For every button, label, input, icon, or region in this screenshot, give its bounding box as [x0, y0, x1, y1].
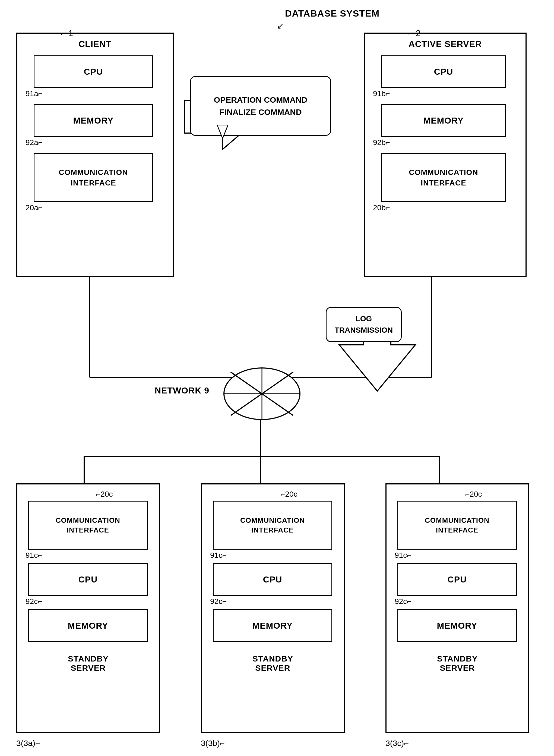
- standby2-cpu-box: CPU: [213, 563, 332, 596]
- standby2-comm-ref-top: ⌐20c: [281, 490, 297, 498]
- title-arrow: ↙: [277, 21, 284, 31]
- standby1-label: STANDBY SERVER: [53, 654, 124, 672]
- client-memory-ref: 92a⌐: [25, 138, 43, 147]
- active-memory-ref: 92b⌐: [373, 138, 390, 147]
- diagram: DATABASE SYSTEM ↙ ⌐ 1 CLIENT CPU 91a⌐ ME…: [0, 0, 554, 756]
- active-server-outer-box: ⌐ 2 ACTIVE SERVER CPU 91b⌐ MEMORY 92b⌐ C…: [364, 33, 527, 277]
- database-system-title: DATABASE SYSTEM: [285, 8, 380, 19]
- client-cpu-ref: 91a⌐: [25, 89, 43, 98]
- standby1-ref: 3(3a)⌐: [16, 739, 40, 748]
- standby3-memory-ref-label: 92c⌐: [395, 597, 411, 606]
- client-memory-box: MEMORY: [34, 104, 153, 137]
- standby2-cpu-ref-label: 91c⌐: [210, 551, 227, 560]
- standby1-memory-box: MEMORY: [28, 609, 148, 642]
- client-label: CLIENT: [78, 39, 112, 49]
- active-server-ref: ⌐ 2: [408, 28, 421, 38]
- client-comm-ref: 20a⌐: [25, 203, 43, 212]
- standby1-comm-ref-top: ⌐20c: [96, 490, 113, 498]
- standby3-label: STANDBY SERVER: [422, 654, 493, 672]
- client-cpu-box: CPU: [34, 55, 153, 88]
- standby3-comm-box: COMMUNICATIONINTERFACE: [397, 501, 517, 550]
- standby2-memory-box: MEMORY: [213, 609, 332, 642]
- standby3-outer-box: ⌐20c COMMUNICATIONINTERFACE 91c⌐ CPU 92c…: [385, 483, 529, 733]
- standby2-memory-ref-label: 92c⌐: [210, 597, 227, 606]
- standby3-cpu-ref-label: 91c⌐: [395, 551, 411, 560]
- standby3-ref: 3(3c)⌐: [385, 739, 409, 748]
- standby1-cpu-ref-label: 91c⌐: [25, 551, 42, 560]
- active-memory-box: MEMORY: [381, 104, 506, 137]
- client-comm-box: COMMUNICATIONINTERFACE: [34, 153, 153, 202]
- svg-marker-12: [217, 125, 228, 139]
- standby3-memory-box: MEMORY: [397, 609, 517, 642]
- active-cpu-box: CPU: [381, 55, 506, 88]
- standby3-comm-ref-top: ⌐20c: [465, 490, 482, 498]
- client-outer-box: ⌐ 1 CLIENT CPU 91a⌐ MEMORY 92a⌐ COMMUNIC…: [16, 33, 174, 277]
- standby1-outer-box: ⌐20c COMMUNICATIONINTERFACE 91c⌐ CPU 92c…: [16, 483, 160, 733]
- standby3-cpu-box: CPU: [397, 563, 517, 596]
- client-ref: ⌐ 1: [61, 28, 73, 38]
- standby2-comm-box: COMMUNICATIONINTERFACE: [213, 501, 332, 550]
- standby2-label: STANDBY SERVER: [237, 654, 308, 672]
- standby2-ref: 3(3b)⌐: [201, 739, 225, 748]
- standby2-outer-box: ⌐20c COMMUNICATIONINTERFACE 91c⌐ CPU 92c…: [201, 483, 345, 733]
- standby1-comm-box: COMMUNICATIONINTERFACE: [28, 501, 148, 550]
- log-transmission-box: LOGTRANSMISSION: [326, 307, 402, 342]
- active-cpu-ref: 91b⌐: [373, 89, 390, 98]
- standby1-cpu-box: CPU: [28, 563, 148, 596]
- active-comm-box: COMMUNICATIONINTERFACE: [381, 153, 506, 202]
- active-comm-ref: 20b⌐: [373, 203, 390, 212]
- callout-tail: [212, 125, 233, 139]
- operation-command-box: OPERATION COMMANDFINALIZE COMMAND: [190, 76, 331, 136]
- network-label: NETWORK 9: [155, 386, 209, 396]
- standby1-memory-ref-label: 92c⌐: [25, 597, 42, 606]
- active-server-label: ACTIVE SERVER: [408, 39, 482, 49]
- network-ellipse-svg: [223, 367, 301, 421]
